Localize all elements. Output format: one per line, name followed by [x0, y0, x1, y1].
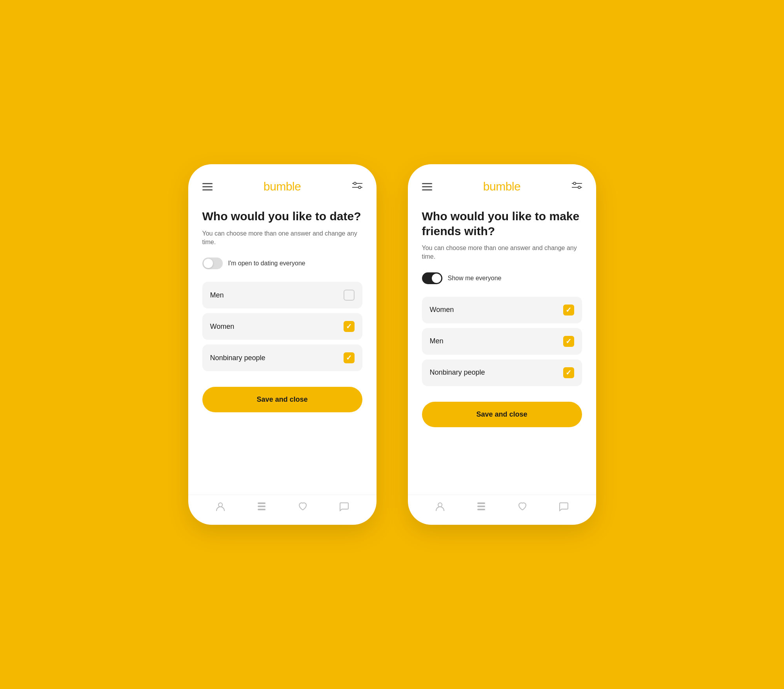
question-subtitle-2: You can choose more than one answer and …: [422, 244, 582, 261]
svg-rect-19: [477, 509, 485, 510]
toggle-knob-1: [204, 259, 213, 268]
toggle-show-everyone[interactable]: [422, 272, 442, 284]
page-wrapper: bumble Who would you like to date? You c…: [165, 141, 620, 548]
filter-icon-1[interactable]: [352, 181, 362, 192]
checkbox-women-2[interactable]: [563, 305, 574, 315]
question-subtitle-1: You can choose more than one answer and …: [202, 229, 362, 247]
nav-chat-icon-2[interactable]: [558, 501, 569, 514]
toggle-row-2: Show me everyone: [422, 272, 582, 284]
checkbox-men-2[interactable]: [563, 336, 574, 347]
option-nonbinary-2[interactable]: Nonbinary people: [422, 359, 582, 386]
save-close-button-1[interactable]: Save and close: [202, 387, 362, 412]
bottom-nav-2: [408, 495, 596, 525]
option-women-1[interactable]: Women: [202, 313, 362, 340]
option-label-men-1: Men: [210, 291, 224, 299]
toggle-label-2: Show me everyone: [448, 275, 502, 282]
nav-stack-icon-1[interactable]: [256, 501, 267, 514]
toggle-label-1: I'm open to dating everyone: [228, 260, 306, 267]
nav-profile-icon-2[interactable]: [435, 501, 445, 514]
option-women-2[interactable]: Women: [422, 297, 582, 323]
nav-stack-icon-2[interactable]: [476, 501, 486, 514]
phone-header-2: bumble: [422, 180, 582, 193]
option-nonbinary-1[interactable]: Nonbinary people: [202, 344, 362, 371]
nav-heart-icon-2[interactable]: [517, 501, 528, 514]
checkbox-nonbinary-2[interactable]: [563, 367, 574, 378]
svg-point-16: [438, 503, 442, 507]
hamburger-icon-2[interactable]: [422, 183, 432, 190]
toggle-open-to-everyone[interactable]: [202, 257, 223, 269]
option-label-women-2: Women: [430, 306, 454, 314]
hamburger-icon[interactable]: [202, 183, 213, 190]
phone-friends: bumble Who would you like to make friend…: [408, 164, 596, 525]
svg-rect-9: [258, 509, 266, 510]
toggle-knob-2: [432, 274, 441, 283]
question-title-2: Who would you like to make friends with?: [422, 209, 582, 238]
filter-icon-2[interactable]: [572, 181, 582, 192]
option-men-1[interactable]: Men: [202, 282, 362, 308]
svg-rect-18: [477, 506, 485, 507]
options-list-2: Women Men Nonbinary people: [422, 297, 582, 386]
option-label-nonbinary-2: Nonbinary people: [430, 368, 485, 377]
nav-profile-icon-1[interactable]: [215, 501, 226, 514]
brand-logo-2: bumble: [483, 180, 520, 193]
nav-heart-icon-1[interactable]: [298, 501, 308, 514]
bottom-nav-1: [188, 495, 377, 525]
brand-logo-1: bumble: [264, 180, 301, 193]
save-close-button-2[interactable]: Save and close: [422, 402, 582, 427]
svg-point-6: [218, 503, 222, 507]
svg-rect-17: [477, 502, 485, 504]
svg-rect-8: [258, 506, 266, 507]
toggle-row-1: I'm open to dating everyone: [202, 257, 362, 269]
option-label-men-2: Men: [430, 337, 444, 345]
phone-header-1: bumble: [202, 180, 362, 193]
phone-date: bumble Who would you like to date? You c…: [188, 164, 377, 525]
options-list-1: Men Women Nonbinary people: [202, 282, 362, 371]
checkbox-women-1[interactable]: [344, 321, 355, 332]
checkbox-men-1[interactable]: [344, 290, 355, 301]
option-label-women-1: Women: [210, 323, 235, 331]
checkbox-nonbinary-1[interactable]: [344, 352, 355, 363]
question-title-1: Who would you like to date?: [202, 209, 362, 224]
nav-chat-icon-1[interactable]: [339, 501, 349, 514]
svg-rect-7: [258, 502, 266, 504]
option-men-2[interactable]: Men: [422, 328, 582, 355]
option-label-nonbinary-1: Nonbinary people: [210, 354, 266, 362]
